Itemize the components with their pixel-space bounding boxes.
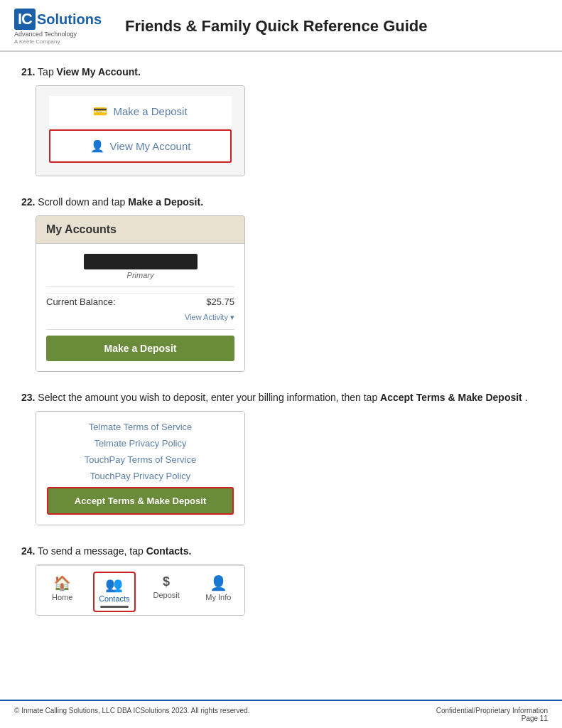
main-content: 21. Tap View My Account. 💳 Make a Deposi… [0, 52, 562, 677]
step-23-text: Select the amount you wish to deposit, e… [38, 392, 380, 403]
step-23-label: 23. Select the amount you wish to deposi… [21, 390, 541, 405]
logo-keefe: A Keefe Company [14, 38, 107, 45]
step-23-bold: Accept Terms & Make Deposit [380, 392, 522, 403]
screen-22: My Accounts Primary Current Balance: $25… [36, 215, 245, 372]
step-22: 22. Scroll down and tap Make a Deposit. … [21, 195, 541, 375]
page-title: Friends & Family Quick Reference Guide [125, 17, 427, 36]
credit-card-icon: 💳 [93, 105, 107, 118]
step-23-number: 23. [21, 392, 35, 403]
nav-deposit-label: Deposit [153, 591, 179, 599]
separator [46, 287, 234, 287]
account-name-bar [84, 254, 198, 269]
screen-21: 💳 Make a Deposit 👤 View My Account [36, 85, 245, 176]
balance-label: Current Balance: [46, 296, 116, 307]
footer: © Inmate Calling Solutions, LLC DBA ICSo… [0, 700, 562, 728]
screen-22-body: Primary Current Balance: $25.75 View Act… [36, 244, 244, 371]
accept-terms-button[interactable]: Accept Terms & Make Deposit [47, 487, 234, 515]
telmate-privacy-link[interactable]: Telmate Privacy Policy [43, 438, 237, 449]
deposit-icon: $ [163, 574, 170, 589]
logo-ic-row: IC Solutions [14, 9, 107, 30]
screen-23: Telmate Terms of Service Telmate Privacy… [36, 411, 245, 525]
step-24-label: 24. To send a message, tap Contacts. [21, 544, 541, 559]
balance-row: Current Balance: $25.75 [46, 293, 234, 310]
menu-item-account[interactable]: 👤 View My Account [49, 129, 232, 163]
balance-value: $25.75 [206, 296, 234, 307]
step-21-bold: View My Account. [57, 66, 141, 77]
telmate-tos-link[interactable]: Telmate Terms of Service [43, 422, 237, 432]
nav-myinfo[interactable]: 👤 My Info [197, 572, 239, 612]
logo-sub: Advanced Technology [14, 31, 107, 38]
menu-account-label: View My Account [110, 140, 191, 152]
nav-contacts[interactable]: 👥 Contacts [93, 572, 136, 612]
nav-deposit[interactable]: $ Deposit [145, 572, 188, 612]
make-deposit-button[interactable]: Make a Deposit [46, 336, 234, 361]
step-22-label: 22. Scroll down and tap Make a Deposit. [21, 195, 541, 210]
header: IC Solutions Advanced Technology A Keefe… [0, 0, 562, 52]
separator2 [46, 329, 234, 330]
myinfo-icon: 👤 [210, 574, 227, 592]
home-icon: 🏠 [53, 574, 71, 592]
footer-confidential: Confidential/Proprietary Information [436, 707, 548, 714]
contacts-icon: 👥 [105, 576, 123, 593]
logo-solutions: Solutions [37, 11, 102, 28]
nav-myinfo-label: My Info [205, 593, 231, 601]
nav-home-label: Home [52, 593, 72, 601]
step-22-text: Scroll down and tap [38, 196, 128, 208]
step-24-text: To send a message, tap [38, 545, 146, 557]
step-24-bold: Contacts. [146, 545, 192, 557]
step-22-number: 22. [21, 196, 35, 208]
step-22-bold: Make a Deposit. [128, 196, 203, 208]
step-21-number: 21. [21, 66, 35, 77]
my-accounts-header: My Accounts [36, 216, 244, 244]
footer-right: Confidential/Proprietary Information Pag… [436, 707, 548, 722]
step-24: 24. To send a message, tap Contacts. 🏠 H… [21, 544, 541, 619]
step-21: 21. Tap View My Account. 💳 Make a Deposi… [21, 65, 541, 179]
account-primary-label: Primary [46, 271, 234, 279]
step-21-label: 21. Tap View My Account. [21, 65, 541, 80]
user-icon: 👤 [90, 139, 104, 153]
step-23-text-end: . [525, 392, 528, 403]
footer-page: Page 11 [436, 714, 548, 722]
logo-ic-box: IC [14, 9, 36, 30]
step-21-text: Tap [38, 66, 56, 77]
screen-23-body: Telmate Terms of Service Telmate Privacy… [36, 412, 244, 525]
nav-contacts-label: Contacts [99, 594, 129, 603]
logo: IC Solutions Advanced Technology A Keefe… [14, 9, 107, 45]
menu-item-deposit[interactable]: 💳 Make a Deposit [49, 96, 232, 127]
step-24-number: 24. [21, 545, 35, 557]
step-23: 23. Select the amount you wish to deposi… [21, 390, 541, 528]
screen-24: 🏠 Home 👥 Contacts $ Deposit 👤 My In [36, 564, 245, 616]
view-activity[interactable]: View Activity ▾ [46, 313, 234, 322]
screen-21-inner: 💳 Make a Deposit 👤 View My Account [36, 86, 244, 176]
nav-home[interactable]: 🏠 Home [41, 572, 84, 612]
touchpay-tos-link[interactable]: TouchPay Terms of Service [43, 454, 237, 465]
footer-copyright: © Inmate Calling Solutions, LLC DBA ICSo… [14, 707, 249, 714]
touchpay-privacy-link[interactable]: TouchPay Privacy Policy [43, 471, 237, 481]
menu-deposit-label: Make a Deposit [113, 105, 187, 117]
bottom-nav: 🏠 Home 👥 Contacts $ Deposit 👤 My In [36, 565, 244, 615]
nav-active-underline [100, 606, 129, 608]
